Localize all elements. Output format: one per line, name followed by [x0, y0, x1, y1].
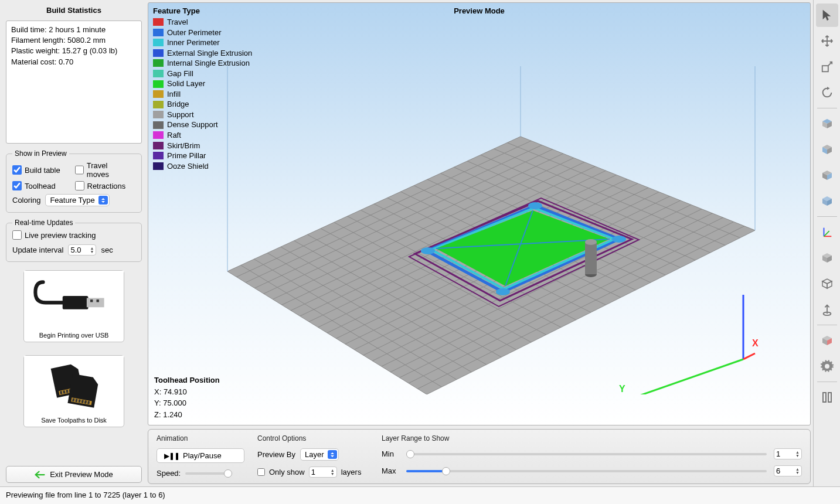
show-in-preview-legend: Show in Preview [12, 149, 69, 158]
svg-rect-116 [828, 393, 831, 402]
view-iso[interactable] [816, 189, 838, 213]
legend-swatch [153, 29, 164, 36]
play-pause-button[interactable]: ▶❚❚ Play/Pause [157, 448, 244, 463]
realtime-legend: Real-time Updates [12, 219, 75, 227]
legend-item: Inner Perimeter [153, 38, 252, 48]
build-statistics-title: Build Statistics [6, 4, 142, 17]
legend-title: Feature Type [153, 6, 252, 15]
animation-title: Animation [157, 434, 244, 442]
legend-swatch [153, 49, 164, 57]
usb-icon [24, 271, 124, 329]
solid-view-icon[interactable] [816, 246, 838, 270]
wireframe-icon[interactable] [816, 272, 838, 295]
legend-item: Travel [153, 17, 252, 28]
legend-label: Outer Perimeter [167, 28, 221, 38]
stat-build-time: Build time: 2 hours 1 minute [11, 25, 137, 35]
update-interval-spinbox[interactable]: 5.0▲▼ [68, 244, 96, 256]
legend-label: Support [167, 110, 194, 120]
build-table-checkbox[interactable]: Build table [12, 161, 68, 179]
legend-label: External Single Extrusion [167, 48, 252, 59]
legend-swatch [153, 101, 164, 108]
show-in-preview-group: Show in Preview Build table Travel moves… [6, 149, 142, 213]
control-options-title: Control Options [257, 434, 369, 442]
legend-label: Gap Fill [167, 69, 193, 79]
machine-icon[interactable] [816, 386, 838, 409]
build-plate-render: X Y [192, 66, 767, 394]
legend-swatch [153, 111, 164, 118]
move-tool[interactable] [816, 29, 838, 53]
retractions-checkbox[interactable]: Retractions [75, 181, 131, 190]
svg-point-87 [585, 239, 597, 245]
legend-swatch [153, 90, 164, 98]
normals-icon[interactable] [816, 298, 838, 321]
max-spinbox[interactable]: 6▲▼ [774, 465, 802, 476]
legend-label: Bridge [167, 99, 189, 110]
legend-swatch [153, 80, 164, 88]
save-disk-card[interactable]: Save Toolpaths to Disk [23, 355, 124, 427]
svg-rect-1 [87, 298, 104, 308]
only-show-checkbox[interactable]: Only show 1▲▼ layers [257, 466, 369, 478]
live-preview-checkbox[interactable]: Live preview tracking [12, 230, 135, 240]
legend-label: Inner Perimeter [167, 38, 220, 48]
usb-print-card[interactable]: Begin Printing over USB [23, 270, 124, 342]
stat-cost: Material cost: 0.70 [11, 57, 137, 67]
travel-moves-checkbox[interactable]: Travel moves [75, 161, 131, 179]
svg-rect-86 [585, 242, 597, 274]
rotate-tool[interactable] [816, 81, 838, 104]
legend-label: Raft [167, 130, 181, 141]
svg-rect-115 [823, 393, 826, 402]
usb-caption: Begin Printing over USB [39, 329, 109, 342]
scale-tool[interactable] [816, 55, 838, 79]
legend-swatch [153, 70, 164, 77]
min-slider[interactable] [406, 453, 767, 455]
speed-slider[interactable] [185, 472, 232, 475]
layer-range-title: Layer Range to Show [382, 434, 802, 442]
svg-point-82 [528, 202, 542, 209]
view-top[interactable] [816, 112, 838, 135]
view-side[interactable] [816, 164, 838, 187]
status-text: Previewing file from line 1 to 7225 (lay… [6, 491, 165, 499]
svg-rect-3 [97, 299, 99, 302]
right-toolbar [813, 0, 840, 486]
back-arrow-icon [35, 471, 45, 479]
coloring-label: Coloring [12, 196, 40, 205]
only-show-count[interactable]: 1▲▼ [309, 466, 337, 478]
preview-by-label: Preview By [257, 450, 295, 459]
max-slider[interactable] [406, 470, 767, 472]
legend-swatch [153, 18, 164, 26]
stat-weight: Plastic weight: 15.27 g (0.03 lb) [11, 46, 137, 56]
pointer-tool[interactable] [816, 4, 838, 27]
coloring-select[interactable]: Feature Type [45, 194, 109, 206]
svg-rect-2 [90, 299, 93, 302]
bottom-controls: Animation ▶❚❚ Play/Pause Speed: Control … [148, 429, 811, 484]
toolhead-checkbox[interactable]: Toolhead [12, 181, 68, 190]
axes-icon[interactable] [816, 220, 838, 244]
min-spinbox[interactable]: 1▲▼ [774, 448, 802, 459]
legend-item: External Single Extrusion [153, 48, 252, 59]
svg-line-103 [824, 231, 829, 236]
toolhead-x: X: 74.910 [154, 386, 220, 398]
preview-viewport[interactable]: Feature Type TravelOuter PerimeterInner … [148, 2, 811, 425]
speed-label: Speed: [157, 469, 181, 478]
stat-filament: Filament length: 5080.2 mm [11, 35, 137, 46]
settings-icon[interactable] [816, 355, 838, 378]
legend-swatch [153, 59, 164, 67]
preview-by-select[interactable]: Layer [300, 448, 339, 461]
svg-point-81 [421, 247, 435, 254]
legend-swatch [153, 39, 164, 46]
toolhead-y: Y: 75.000 [154, 397, 220, 409]
status-bar: Previewing file from line 1 to 7225 (lay… [0, 486, 840, 504]
svg-text:Y: Y [619, 384, 625, 394]
cross-section-icon[interactable] [816, 329, 838, 352]
svg-marker-109 [827, 281, 832, 288]
legend-swatch [153, 152, 164, 159]
sd-caption: Save Toolpaths to Disk [41, 414, 107, 427]
sd-card-icon [24, 356, 124, 414]
sec-label: sec [101, 246, 113, 254]
build-statistics-box: Build time: 2 hours 1 minute Filament le… [6, 21, 142, 144]
exit-preview-button[interactable]: Exit Preview Mode [6, 466, 142, 483]
legend-swatch [153, 162, 164, 170]
view-front[interactable] [816, 138, 838, 161]
svg-text:X: X [752, 338, 759, 348]
svg-point-83 [612, 236, 626, 243]
